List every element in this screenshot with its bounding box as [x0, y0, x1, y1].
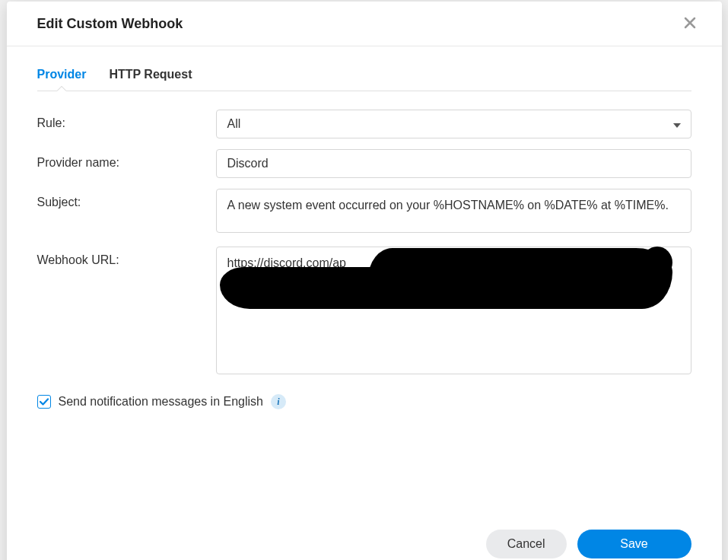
tab-bar: Provider HTTP Request	[37, 62, 691, 91]
edit-webhook-dialog: Edit Custom Webhook Provider HTTP Reques…	[7, 2, 722, 560]
tab-provider[interactable]: Provider	[37, 62, 87, 91]
close-icon	[684, 17, 696, 29]
cancel-button[interactable]: Cancel	[486, 530, 567, 558]
close-button[interactable]	[681, 15, 699, 32]
provider-name-input[interactable]	[216, 149, 691, 178]
redaction-mark	[220, 267, 509, 309]
row-subject: Subject:	[37, 189, 691, 236]
row-english-checkbox: Send notification messages in English i	[37, 394, 691, 409]
dialog-footer: Cancel Save	[7, 516, 722, 560]
rule-select[interactable]: All	[216, 110, 691, 138]
english-checkbox-label: Send notification messages in English	[59, 395, 264, 409]
dialog-body: Provider HTTP Request Rule: All Provider…	[7, 46, 722, 409]
checkmark-icon	[40, 398, 49, 406]
save-button[interactable]: Save	[577, 530, 691, 558]
row-rule: Rule: All	[37, 110, 691, 138]
subject-input[interactable]	[216, 189, 691, 233]
dialog-header: Edit Custom Webhook	[7, 2, 722, 46]
subject-label: Subject:	[37, 189, 216, 209]
row-webhook-url: Webhook URL:	[37, 247, 691, 377]
tab-http-request[interactable]: HTTP Request	[109, 62, 192, 91]
provider-name-label: Provider name:	[37, 149, 216, 170]
redaction-mark	[642, 247, 672, 278]
english-checkbox[interactable]	[37, 395, 51, 409]
rule-label: Rule:	[37, 110, 216, 130]
info-icon[interactable]: i	[271, 394, 286, 409]
row-provider-name: Provider name:	[37, 149, 691, 178]
webhook-url-label: Webhook URL:	[37, 247, 216, 267]
dialog-title: Edit Custom Webhook	[37, 16, 183, 32]
